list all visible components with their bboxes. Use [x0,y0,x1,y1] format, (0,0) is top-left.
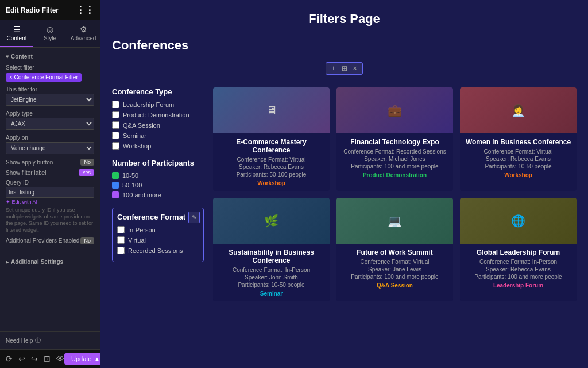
history-icon[interactable]: ⟳ [6,354,13,363]
card-4-speaker: Speaker: John Smith [218,274,325,281]
grid-widget-btn[interactable]: ⊞ [340,64,349,73]
card-2-title: Financial Technology Expo [341,138,448,146]
need-help-label: Need Help [6,338,33,344]
card-2-tag: Product Demonstration [341,172,448,178]
green-dot [112,172,119,179]
card-2-body: Financial Technology Expo Conference For… [336,133,453,183]
tab-style[interactable]: ◎ Style [33,20,67,47]
advanced-icon: ⚙ [69,25,98,34]
filter-virtual: Virtual [117,236,199,244]
edit-ai-link[interactable]: ✦ Edit with AI [6,199,94,205]
filter-workshop-label: Workshop [123,143,151,150]
card-1-format: Conference Format: Virtual [218,156,325,163]
card-5-title: Future of Work Summit [341,248,448,256]
filter-leadership-forum-label: Leadership Forum [123,101,174,108]
card-2-speaker: Speaker: Michael Jones [341,156,448,162]
update-button[interactable]: Update ▲ [64,353,100,365]
card-4: 🌿 Sustainability in Business Conference … [213,198,330,301]
panel-title: Edit Radio Filter [6,6,59,14]
additional-providers-label: Additional Providers Enabled [6,237,79,244]
show-filter-label-label: Show filter label [6,170,47,176]
panel-tabs: ☰ Content ◎ Style ⚙ Advanced [0,20,100,48]
card-2-participants: Participants: 100 and more people [341,163,448,170]
panel-bottom: Need Help ⓘ ⟳ ↩ ↪ ⊡ 👁 Update ▲ [0,331,100,368]
filter-50-100: 50-100 [112,182,204,189]
card-5-format: Conference Format: Virtual [341,259,448,265]
card-1-tag: Workshop [218,180,325,186]
panel-menu-icon[interactable]: ⋮⋮ [76,5,94,16]
this-filter-for-label: This filter for [6,86,94,93]
card-2-image: 💼 [336,87,453,133]
apply-on-select[interactable]: Value change [6,142,94,154]
filter-virtual-label: Virtual [128,237,146,244]
card-6-body: Global Leadership Forum Conference Forma… [460,244,577,293]
query-hint: Set unique query ID if you use multiple … [6,207,94,234]
card-3-title: Women in Business Conference [465,138,572,146]
show-filter-label-toggle[interactable]: Yes [79,169,94,176]
filter-product-demo-checkbox[interactable] [112,111,119,118]
content-area: Conference Type Leadership Forum Product… [112,87,577,301]
this-filter-for-row: This filter for JetEngine [6,86,94,106]
responsive-icon[interactable]: ⊡ [44,354,51,363]
query-id-label: Query ID [6,179,94,186]
filter-virtual-checkbox[interactable] [117,236,125,244]
eye-icon[interactable]: 👁 [56,354,64,363]
card-1-title: E-Commerce Mastery Conference [218,138,325,154]
additional-providers-toggle[interactable]: No [80,237,94,244]
card-1-speaker: Speaker: Rebecca Evans [218,164,325,170]
filter-workshop-checkbox[interactable] [112,142,119,150]
cards-grid: 🖥 E-Commerce Mastery Conference Conferen… [213,87,577,301]
card-3-participants: Participants: 10-50 people [465,163,572,170]
filter-sidebar: Conference Type Leadership Forum Product… [112,87,204,301]
card-4-title: Sustainability in Business Conference [218,248,325,264]
card-6-format: Conference Format: In-Person [465,259,572,265]
filter-recorded: Recorded Sessions [117,247,199,254]
conference-format-edit-btn[interactable]: ✎ [188,212,200,223]
panel-header: Edit Radio Filter ⋮⋮ [0,0,100,20]
show-apply-button-row: Show apply button No [6,159,94,166]
additional-settings-title[interactable]: Additional Settings [6,259,94,265]
conference-type-title: Conference Type [112,87,204,96]
filter-seminar-label: Seminar [123,132,146,139]
card-1-body: E-Commerce Mastery Conference Conference… [213,133,330,191]
undo-icon[interactable]: ↩ [18,354,25,363]
filter-leadership-forum-checkbox[interactable] [112,101,119,108]
panel-footer: Need Help ⓘ [0,331,100,349]
add-widget-btn[interactable]: + [330,64,337,73]
filter-10-50-label: 10-50 [122,172,138,179]
card-3-format: Conference Format: Virtual [465,148,572,155]
help-icon[interactable]: ⓘ [35,336,41,344]
tab-advanced[interactable]: ⚙ Advanced [67,20,100,47]
this-filter-for-select[interactable]: JetEngine [6,94,94,106]
content-section: Content Select filter × Conference Forma… [0,48,100,254]
filter-product-demo: Product: Demonstration [112,111,204,118]
show-apply-button-toggle[interactable]: No [80,159,94,166]
card-6-title: Global Leadership Forum [465,248,572,256]
tab-content[interactable]: ☰ Content [0,20,33,47]
apply-type-select[interactable]: AJAX [6,118,94,130]
conference-format-group: ✎ Conference Format In-Person Virtual Re… [112,208,204,262]
filter-recorded-checkbox[interactable] [117,247,125,254]
card-4-image: 🌿 [213,198,330,244]
filter-seminar-checkbox[interactable] [112,132,119,139]
section-label: Content [6,53,94,60]
redo-icon[interactable]: ↪ [31,354,38,363]
filter-qa-checkbox[interactable] [112,121,119,129]
bottom-icons: ⟳ ↩ ↪ ⊡ 👁 [6,354,64,363]
filter-tag[interactable]: × Conference Format Filter [6,73,82,82]
card-5-image: 💻 [336,198,453,244]
filter-100-more: 100 and more [112,191,204,198]
card-5-speaker: Speaker: Jane Lewis [341,266,448,273]
section-title: Conferences [112,38,577,53]
additional-settings-section: Additional Settings [0,254,100,270]
filter-qa-label: Q&A Session [123,122,160,129]
query-id-input[interactable] [6,187,94,198]
filter-in-person-checkbox[interactable] [117,226,125,233]
close-widget-btn[interactable]: × [351,64,359,73]
widget-toolbar-bar: + ⊞ × [112,62,577,80]
filter-product-demo-label: Product: Demonstration [123,112,189,118]
card-6-tag: Leadership Forum [465,282,572,289]
card-4-tag: Seminar [218,290,325,297]
filter-in-person: In-Person [117,226,199,233]
select-filter-label: Select filter [6,64,94,71]
